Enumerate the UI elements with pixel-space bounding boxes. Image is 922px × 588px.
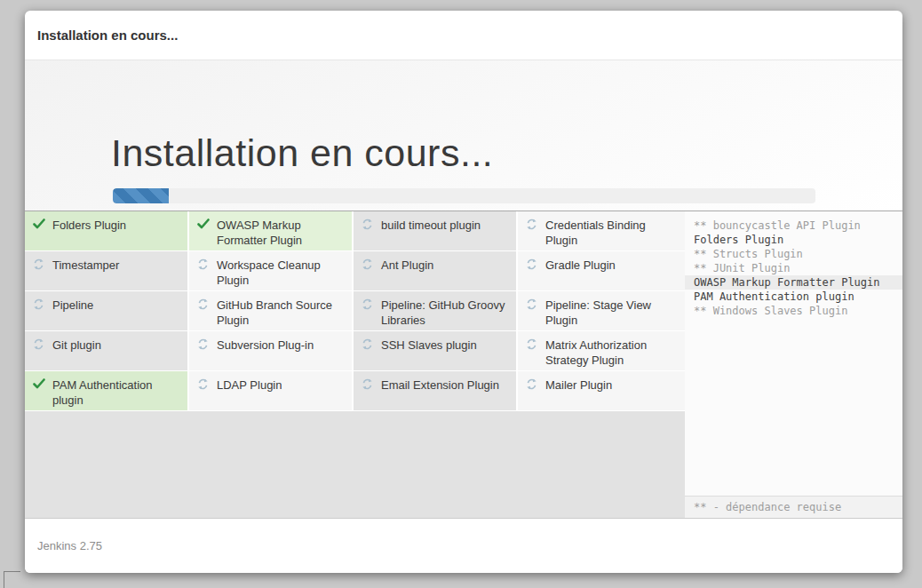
background-window-edge: [4, 571, 20, 588]
log-line: ** Windows Slaves Plugin: [685, 304, 902, 318]
log-line: OWASP Markup Formatter Plugin: [685, 275, 902, 290]
plugin-cell: GitHub Branch Source Plugin: [189, 291, 354, 331]
plugin-cell: Gradle Plugin: [518, 251, 685, 291]
plugin-cell: build timeout plugin: [354, 211, 518, 251]
plugin-cell: Matrix Authorization Strategy Plugin: [518, 331, 685, 371]
dialog-titlebar: Installation en cours...: [25, 11, 902, 60]
plugin-name: PAM Authentication plugin: [52, 377, 187, 408]
sync-icon: [362, 298, 374, 310]
log-line: ** Structs Plugin: [685, 247, 902, 261]
sync-icon: [33, 338, 45, 350]
sync-icon: [362, 219, 374, 230]
sync-icon: [526, 338, 538, 350]
sync-icon: [197, 378, 210, 390]
check-icon: [197, 219, 210, 229]
plugin-cell: Subversion Plug-in: [189, 331, 354, 371]
plugin-cell: SSH Slaves plugin: [354, 331, 518, 371]
log-line: ** JUnit Plugin: [685, 261, 902, 275]
plugin-cell: Folders Plugin: [25, 211, 189, 251]
plugin-name: OWASP Markup Formatter Plugin: [217, 218, 352, 248]
plugin-name: Email Extension Plugin: [381, 377, 505, 393]
plugin-name: Credentials Binding Plugin: [545, 218, 685, 248]
sync-icon: [197, 258, 210, 270]
plugin-name: Timestamper: [52, 258, 124, 273]
plugin-cell: Pipeline: GitHub Groovy Libraries: [354, 291, 518, 331]
plugin-cell: Ant Plugin: [354, 251, 518, 291]
dialog-footer: Jenkins 2.75: [25, 519, 902, 573]
plugin-name: Matrix Authorization Strategy Plugin: [545, 338, 685, 368]
plugin-cell: PAM Authentication plugin: [25, 371, 189, 411]
installation-banner: Installation en cours...: [25, 60, 902, 211]
install-log-lines: ** bouncycastle API PluginFolders Plugin…: [685, 211, 902, 496]
plugin-cell: LDAP Plugin: [189, 371, 354, 411]
plugin-name: LDAP Plugin: [217, 377, 287, 393]
page-title: Installation en cours...: [111, 131, 493, 175]
plugin-name: build timeout plugin: [381, 218, 486, 233]
sync-icon: [33, 258, 45, 270]
plugin-name: GitHub Branch Source Plugin: [217, 298, 352, 328]
sync-icon: [197, 298, 210, 310]
jenkins-version-label: Jenkins 2.75: [37, 539, 102, 552]
plugin-grid: Folders PluginOWASP Markup Formatter Plu…: [25, 211, 685, 518]
sync-icon: [362, 378, 374, 390]
plugin-cell: Mailer Plugin: [518, 371, 685, 411]
progress-fill: [113, 188, 169, 203]
sync-icon: [197, 338, 210, 350]
sync-icon: [526, 378, 538, 390]
log-line: PAM Authentication plugin: [685, 290, 902, 304]
log-line: ** bouncycastle API Plugin: [685, 219, 902, 233]
plugin-name: Pipeline: GitHub Groovy Libraries: [381, 298, 516, 328]
plugin-name: Pipeline: Stage View Plugin: [545, 298, 685, 328]
sync-icon: [33, 298, 45, 310]
installation-content: Folders PluginOWASP Markup Formatter Plu…: [25, 211, 902, 519]
dialog-title: Installation en cours...: [37, 28, 178, 43]
plugin-cell: Email Extension Plugin: [354, 371, 518, 411]
sync-icon: [362, 258, 374, 270]
sync-icon: [526, 219, 538, 230]
dependency-note: ** - dépendance requise: [685, 496, 902, 518]
plugin-cell: Workspace Cleanup Plugin: [189, 251, 354, 291]
log-line: Folders Plugin: [685, 233, 902, 247]
plugin-cell: Credentials Binding Plugin: [518, 211, 685, 251]
plugin-name: SSH Slaves plugin: [381, 338, 482, 353]
check-icon: [33, 219, 45, 229]
plugin-cell: Pipeline: Stage View Plugin: [518, 291, 685, 331]
plugin-name: Pipeline: [52, 298, 99, 313]
sync-icon: [526, 298, 538, 310]
plugin-name: Mailer Plugin: [545, 377, 617, 393]
sync-icon: [362, 338, 374, 350]
plugin-name: Git plugin: [52, 338, 107, 353]
plugin-cell: Pipeline: [25, 291, 189, 331]
plugin-cell: Git plugin: [25, 331, 189, 371]
jenkins-setup-dialog: Installation en cours... Installation en…: [25, 11, 902, 573]
plugin-name: Gradle Plugin: [545, 258, 621, 273]
sync-icon: [526, 258, 538, 270]
plugin-name: Workspace Cleanup Plugin: [217, 258, 352, 288]
plugin-cell: Timestamper: [25, 251, 189, 291]
plugin-cell: OWASP Markup Formatter Plugin: [189, 211, 354, 251]
plugin-name: Folders Plugin: [52, 218, 131, 233]
plugin-name: Subversion Plug-in: [217, 338, 319, 353]
install-log-panel[interactable]: ** bouncycastle API PluginFolders Plugin…: [685, 211, 902, 518]
plugin-name: Ant Plugin: [381, 258, 439, 273]
check-icon: [33, 378, 45, 389]
installation-progress-bar: [113, 188, 815, 203]
